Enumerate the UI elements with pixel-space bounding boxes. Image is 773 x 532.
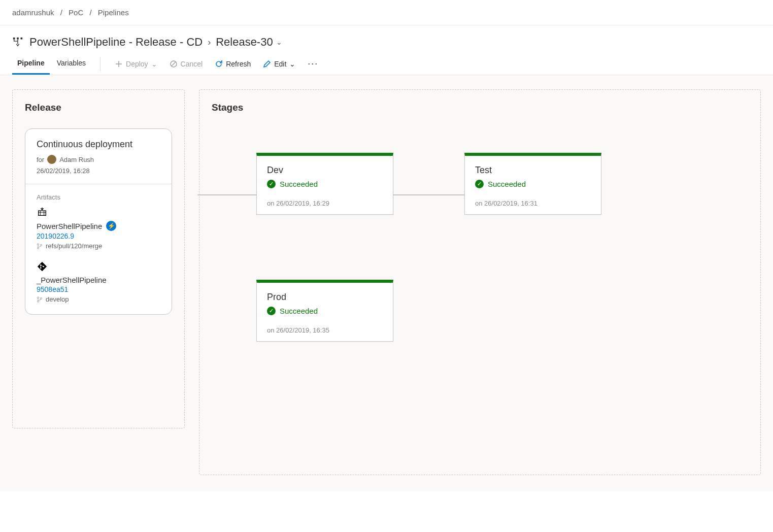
stage-name: Dev bbox=[267, 165, 383, 176]
avatar bbox=[47, 155, 56, 164]
branch-icon bbox=[37, 296, 43, 303]
release-timestamp: 26/02/2019, 16:28 bbox=[37, 167, 160, 175]
breadcrumb-org[interactable]: adamrushuk bbox=[12, 8, 54, 17]
for-prefix: for bbox=[37, 156, 44, 163]
release-panel-title: Release bbox=[25, 102, 172, 113]
release-pipeline-icon bbox=[12, 37, 23, 48]
svg-point-11 bbox=[38, 296, 39, 298]
stage-time: on 26/02/2019, 16:35 bbox=[267, 326, 383, 334]
breadcrumb-section[interactable]: Pipelines bbox=[98, 8, 129, 17]
cancel-button[interactable]: Cancel bbox=[164, 56, 208, 72]
pencil-icon bbox=[263, 60, 271, 68]
chevron-down-icon: ⌄ bbox=[289, 60, 295, 68]
artifact-name: PowerShellPipeline bbox=[37, 222, 102, 230]
deploy-label: Deploy bbox=[126, 60, 148, 68]
svg-rect-0 bbox=[13, 38, 15, 40]
stage-name: Prod bbox=[267, 292, 383, 303]
svg-rect-1 bbox=[17, 38, 19, 40]
stage-time: on 26/02/2019, 16:31 bbox=[475, 200, 591, 207]
check-icon: ✓ bbox=[475, 180, 484, 188]
check-icon: ✓ bbox=[267, 180, 276, 188]
stage-card-test[interactable]: Test ✓ Succeeded on 26/02/2019, 16:31 bbox=[464, 153, 601, 215]
edit-label: Edit bbox=[274, 60, 286, 68]
build-artifact-icon bbox=[37, 206, 48, 217]
tabs-toolbar: Pipeline Variables Deploy ⌄ Cancel Refre… bbox=[0, 49, 773, 75]
connector-line bbox=[393, 194, 464, 195]
pipeline-title[interactable]: PowerShellPipeline - Release - CD bbox=[29, 36, 203, 49]
git-artifact-icon bbox=[37, 261, 48, 272]
stage-card-dev[interactable]: Dev ✓ Succeeded on 26/02/2019, 16:29 bbox=[256, 153, 393, 215]
svg-point-12 bbox=[38, 301, 39, 302]
release-name[interactable]: Release-30 bbox=[216, 36, 273, 49]
chevron-down-icon: ⌄ bbox=[151, 60, 157, 68]
stage-card-prod[interactable]: Prod ✓ Succeeded on 26/02/2019, 16:35 bbox=[256, 280, 393, 342]
chevron-right-icon: › bbox=[208, 37, 211, 48]
release-card-title: Continuous deployment bbox=[37, 139, 160, 150]
stage-status: Succeeded bbox=[280, 180, 318, 188]
svg-point-6 bbox=[38, 247, 39, 249]
artifact-item[interactable]: _PowerShellPipeline 9508ea51 develop bbox=[37, 261, 160, 303]
artifact-branch: refs/pull/120/merge bbox=[46, 242, 102, 250]
tab-separator bbox=[100, 57, 100, 71]
svg-point-13 bbox=[41, 297, 42, 299]
artifact-version-link[interactable]: 9508ea51 bbox=[37, 285, 160, 293]
cancel-label: Cancel bbox=[181, 60, 203, 68]
breadcrumb-project[interactable]: PoC bbox=[69, 8, 83, 17]
svg-rect-2 bbox=[21, 38, 23, 40]
pipeline-canvas: Release Continuous deployment for Adam R… bbox=[0, 75, 773, 491]
artifact-name: _PowerShellPipeline bbox=[37, 276, 107, 284]
breadcrumb-sep: / bbox=[89, 8, 91, 17]
deploy-button[interactable]: Deploy ⌄ bbox=[110, 56, 162, 72]
release-dropdown-icon[interactable]: ⌄ bbox=[276, 38, 282, 46]
svg-point-7 bbox=[41, 244, 42, 246]
artifacts-label: Artifacts bbox=[37, 193, 160, 201]
breadcrumb-sep: / bbox=[60, 8, 62, 17]
stage-status: Succeeded bbox=[488, 180, 526, 188]
stages-panel-title: Stages bbox=[212, 102, 748, 113]
refresh-label: Refresh bbox=[226, 60, 251, 68]
svg-rect-4 bbox=[39, 211, 46, 215]
breadcrumb: adamrushuk / PoC / Pipelines bbox=[0, 0, 773, 25]
artifact-item[interactable]: PowerShellPipeline ⚡ 20190226.9 refs/pul… bbox=[37, 206, 160, 250]
plus-icon bbox=[115, 60, 123, 68]
release-card[interactable]: Continuous deployment for Adam Rush 26/0… bbox=[25, 128, 172, 315]
stage-name: Test bbox=[475, 165, 591, 176]
tab-variables[interactable]: Variables bbox=[52, 53, 91, 75]
refresh-button[interactable]: Refresh bbox=[210, 56, 256, 72]
release-panel: Release Continuous deployment for Adam R… bbox=[12, 89, 185, 428]
release-user: Adam Rush bbox=[59, 156, 94, 163]
refresh-icon bbox=[215, 60, 223, 68]
cancel-icon bbox=[170, 60, 178, 68]
edit-button[interactable]: Edit ⌄ bbox=[258, 56, 300, 72]
lightning-icon: ⚡ bbox=[106, 221, 116, 231]
stage-status: Succeeded bbox=[280, 307, 318, 315]
stage-time: on 26/02/2019, 16:29 bbox=[267, 200, 383, 207]
page-title-row: PowerShellPipeline - Release - CD › Rele… bbox=[0, 25, 773, 49]
stages-panel: Stages Dev ✓ Succeeded on 26/02/2019, 16… bbox=[199, 89, 761, 475]
more-button[interactable]: ··· bbox=[303, 54, 323, 73]
check-icon: ✓ bbox=[267, 307, 276, 315]
branch-icon bbox=[37, 243, 43, 249]
svg-point-5 bbox=[38, 243, 39, 245]
tab-pipeline[interactable]: Pipeline bbox=[12, 53, 50, 75]
artifact-branch: develop bbox=[46, 295, 69, 303]
artifact-version-link[interactable]: 20190226.9 bbox=[37, 232, 160, 240]
connector-line bbox=[197, 194, 256, 195]
